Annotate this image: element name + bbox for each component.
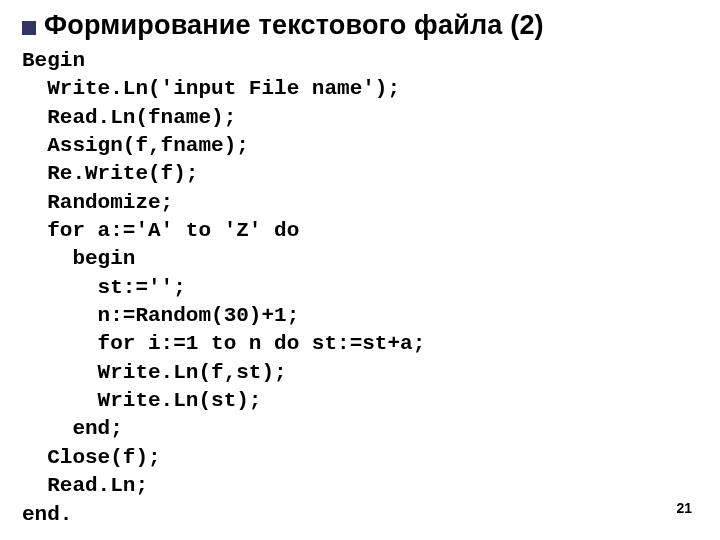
slide: Формирование текстового файла (2) Begin … [0, 0, 720, 540]
code-line: n:=Random(30)+1; [22, 302, 700, 330]
code-line: Read.Ln; [22, 472, 700, 500]
code-line: Write.Ln(st); [22, 387, 700, 415]
code-line: Randomize; [22, 189, 700, 217]
code-line: Close(f); [22, 444, 700, 472]
code-line: Re.Write(f); [22, 160, 700, 188]
code-line: Write.Ln('input File name'); [22, 75, 700, 103]
code-line: for a:='A' to 'Z' do [22, 217, 700, 245]
code-line: begin [22, 245, 700, 273]
code-block: Begin Write.Ln('input File name'); Read.… [22, 47, 700, 529]
code-line: end; [22, 415, 700, 443]
code-line: Read.Ln(fname); [22, 104, 700, 132]
slide-title: Формирование текстового файла (2) [22, 10, 700, 41]
title-text: Формирование текстового файла (2) [44, 10, 544, 40]
page-number: 21 [676, 500, 692, 516]
code-line: Assign(f,fname); [22, 132, 700, 160]
code-line: Begin [22, 47, 700, 75]
code-line: Write.Ln(f,st); [22, 359, 700, 387]
code-line: end. [22, 501, 700, 529]
code-line: for i:=1 to n do st:=st+a; [22, 330, 700, 358]
code-line: st:=''; [22, 274, 700, 302]
bullet-icon [22, 21, 36, 35]
